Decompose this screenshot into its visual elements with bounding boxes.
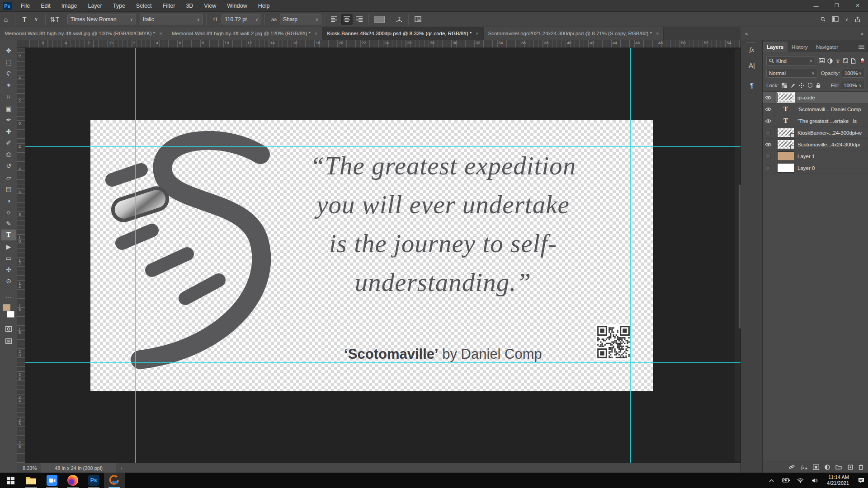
layer-row-layer-0[interactable]: Layer 0: [763, 162, 868, 174]
status-chevron-icon[interactable]: ›: [116, 465, 127, 471]
layer-row-scotomaville-4x24-300dpi[interactable]: Scotomaville...4x24-300dpi: [763, 139, 868, 150]
align-center-button[interactable]: [341, 14, 353, 25]
lock-position-icon[interactable]: [799, 83, 804, 88]
layer-row-layer-1[interactable]: Layer 1: [763, 150, 868, 162]
foreground-color-swatch[interactable]: [3, 304, 10, 311]
adjustment-filter-icon[interactable]: [827, 58, 833, 64]
restore-button[interactable]: ❐: [826, 0, 847, 12]
file-explorer-taskbar-button[interactable]: [21, 473, 42, 488]
align-right-button[interactable]: [354, 14, 365, 25]
tab-close-icon[interactable]: ×: [315, 31, 317, 36]
ruler-top[interactable]: 6420246810121416182022242628303234363840…: [17, 40, 741, 48]
document-tab-2[interactable]: Memorial-Wall-8ft-high-by-4ft-wall-2.jpg…: [167, 27, 323, 40]
visibility-toggle[interactable]: [763, 139, 774, 150]
share-icon[interactable]: [854, 16, 861, 23]
active-app-taskbar-button[interactable]: [104, 473, 125, 488]
smart-object-filter-icon[interactable]: [851, 58, 856, 64]
menu-3d[interactable]: 3D: [181, 1, 198, 11]
gradient-tool[interactable]: ▤: [1, 183, 16, 194]
artboard[interactable]: “The greatest expeditionyou will ever un…: [90, 120, 653, 391]
vertical-scrollbar[interactable]: [735, 49, 740, 462]
ruler-corner[interactable]: [17, 40, 25, 48]
guide-vertical-1[interactable]: [135, 48, 136, 463]
visibility-toggle[interactable]: [763, 127, 774, 139]
lock-transparency-icon[interactable]: [782, 83, 787, 88]
fill-field[interactable]: 100% ∨: [841, 81, 864, 90]
workspace-chevron-icon[interactable]: ∨: [845, 17, 848, 22]
opacity-field[interactable]: 100% ∨: [842, 69, 864, 78]
layer-row-kioskbanner-24-300dpi-w[interactable]: KioskBanner-...24-300dpi-w: [763, 127, 868, 139]
action-center-icon[interactable]: [857, 478, 865, 483]
link-layers-icon[interactable]: [789, 464, 795, 470]
visibility-toggle[interactable]: [763, 92, 774, 103]
layer-style-icon[interactable]: fx: [800, 465, 807, 470]
font-size-select[interactable]: 110.72 pt∨: [222, 14, 261, 24]
guide-horizontal-1[interactable]: [25, 146, 741, 147]
attribution-text[interactable]: ‘Scotomaville’ by Daniel Comp: [240, 346, 646, 362]
layer-row--the-greatest-ertake-is[interactable]: T“The greatest ...ertake is: [763, 115, 868, 127]
close-button[interactable]: ✕: [847, 0, 868, 12]
new-layer-icon[interactable]: [847, 464, 853, 470]
guide-vertical-2[interactable]: [630, 48, 631, 463]
battery-icon[interactable]: [782, 478, 790, 483]
taskbar-clock[interactable]: 11:14 AM 4/21/2021: [825, 474, 851, 486]
dodge-tool[interactable]: ☼: [1, 206, 16, 217]
workspace-switcher-icon[interactable]: [832, 16, 839, 22]
wifi-icon[interactable]: [796, 478, 804, 483]
menu-filter[interactable]: Filter: [158, 1, 180, 11]
menu-file[interactable]: File: [16, 1, 34, 11]
volume-icon[interactable]: [811, 478, 819, 483]
text-color-swatch[interactable]: [374, 16, 385, 23]
eyedropper-tool[interactable]: ✒: [1, 114, 16, 125]
guide-horizontal-2[interactable]: [25, 362, 741, 363]
new-adjustment-icon[interactable]: [825, 465, 830, 470]
warp-text-icon[interactable]: T: [393, 14, 405, 25]
hidden-icons-icon[interactable]: [767, 479, 775, 482]
background-color-swatch[interactable]: [7, 311, 14, 318]
type-filter-icon[interactable]: T: [835, 58, 840, 63]
menu-select[interactable]: Select: [132, 1, 156, 11]
font-family-select[interactable]: Times New Roman∨: [67, 14, 136, 24]
fx-panel-icon[interactable]: fx: [741, 46, 763, 54]
layer-row-qr-code[interactable]: qr-code: [763, 92, 868, 103]
shape-filter-icon[interactable]: [843, 58, 848, 63]
search-icon[interactable]: [821, 17, 826, 22]
lock-artboard-icon[interactable]: [807, 83, 813, 88]
brush-tool[interactable]: ✐: [1, 137, 16, 148]
lasso-tool[interactable]: Ϛ: [1, 68, 16, 79]
toggle-panels-icon[interactable]: [412, 14, 424, 25]
panel-tab-layers[interactable]: Layers: [763, 42, 788, 52]
clone-stamp-tool[interactable]: ⎙: [1, 149, 16, 160]
new-group-icon[interactable]: [835, 465, 842, 469]
frame-tool[interactable]: ▣: [1, 103, 16, 114]
type-tool[interactable]: T: [1, 230, 16, 240]
menu-view[interactable]: View: [199, 1, 221, 11]
start-taskbar-button[interactable]: [0, 473, 21, 488]
rectangular-marquee-tool[interactable]: ⬚: [1, 57, 16, 68]
layer-row--scotomavill-daniel-comp[interactable]: T‘Scotomavill... Daniel Comp: [763, 103, 868, 115]
document-tab-3[interactable]: Kiosk-Banner-48x24-300dpi.psd @ 8.33% (q…: [322, 27, 483, 40]
collapse-panels-icon[interactable]: «: [745, 31, 748, 36]
minimize-button[interactable]: —: [806, 0, 826, 12]
pixel-filter-icon[interactable]: [819, 58, 825, 63]
eraser-tool[interactable]: ▱: [1, 172, 16, 183]
move-tool[interactable]: ✥: [1, 45, 16, 56]
screen-mode-icon[interactable]: [1, 336, 16, 347]
filter-toggle[interactable]: [860, 58, 864, 64]
expand-dock-icon[interactable]: »: [861, 31, 863, 36]
menu-help[interactable]: Help: [254, 1, 274, 11]
magic-wand-tool[interactable]: ✶: [1, 80, 16, 91]
hand-tool[interactable]: ✣: [1, 264, 16, 275]
align-left-button[interactable]: [328, 14, 340, 25]
add-mask-icon[interactable]: [813, 465, 819, 470]
tool-preset-chevron-icon[interactable]: ∨: [30, 14, 42, 25]
menu-image[interactable]: Image: [57, 1, 82, 11]
color-swatches[interactable]: [3, 304, 14, 318]
tab-close-icon[interactable]: ×: [476, 31, 478, 36]
document-size-info[interactable]: 48 in x 24 in (300 ppi): [41, 463, 116, 473]
zoom-tool[interactable]: ⊙: [1, 276, 16, 286]
firefox-taskbar-button[interactable]: [62, 473, 83, 488]
visibility-toggle[interactable]: [763, 150, 774, 162]
pen-tool[interactable]: ✎: [1, 218, 16, 229]
font-style-select[interactable]: Italic∨: [140, 14, 203, 24]
